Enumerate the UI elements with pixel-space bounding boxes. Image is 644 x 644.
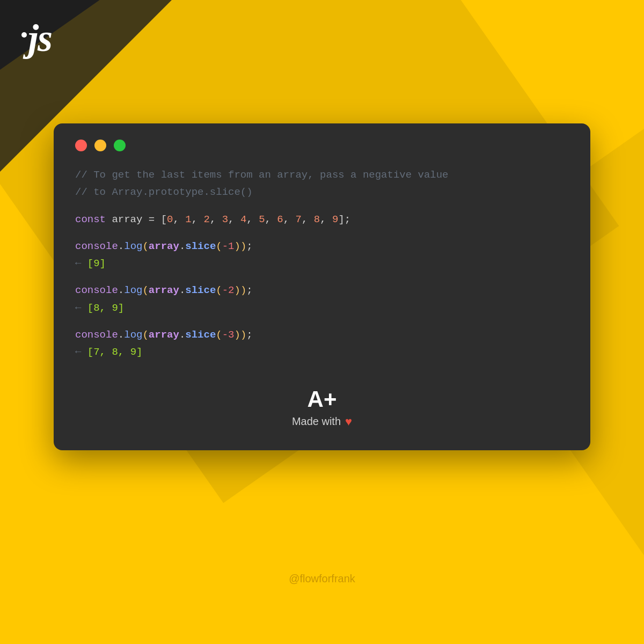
card-footer: A+ Made with ♥ [75,383,569,429]
code-card: // To get the last items from an array, … [54,123,590,450]
slice-3-call: console.log(array.slice(-3)); [75,326,569,343]
made-with-text: Made with ♥ [292,415,352,429]
code-block: // To get the last items from an array, … [75,166,569,361]
slice-1-output: ← [9] [75,255,569,272]
array-declaration: const array = [0, 1, 2, 3, 4, 5, 6, 7, 8… [75,211,569,228]
comment-line-1: // To get the last items from an array, … [75,166,569,184]
slice-2-call: console.log(array.slice(-2)); [75,282,569,299]
slice-2-output: ← [8, 9] [75,299,569,317]
aplus-logo: A+ [308,388,337,411]
js-dot-icon [21,32,27,38]
heart-icon: ♥ [345,415,352,429]
dot-orange [94,140,106,151]
dot-red [75,140,87,151]
js-logo: js [21,16,52,61]
traffic-lights [75,140,569,151]
attribution: @flowforfrank [289,573,355,585]
slice-3-output: ← [7, 8, 9] [75,343,569,361]
dot-green [114,140,126,151]
made-with-label: Made with [292,415,341,428]
comment-line-2: // to Array.prototype.slice() [75,184,569,201]
slice-1-call: console.log(array.slice(-1)); [75,238,569,255]
